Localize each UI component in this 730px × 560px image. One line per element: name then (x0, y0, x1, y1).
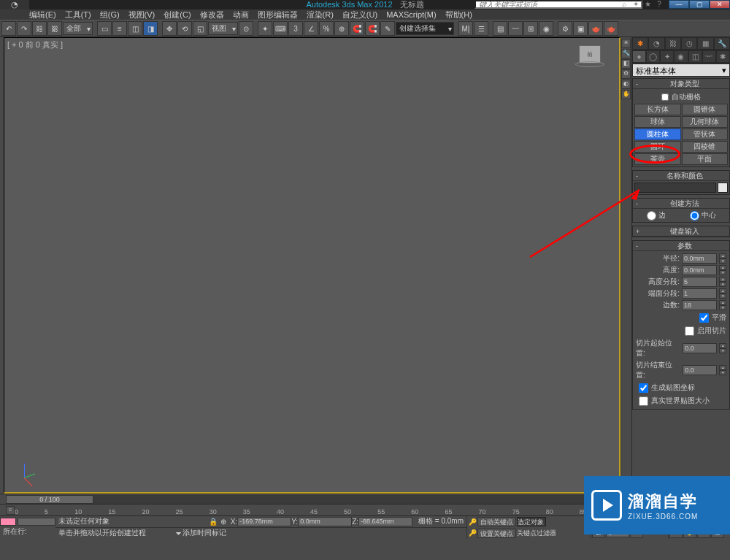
close-button[interactable]: ✕ (710, 0, 730, 9)
transform-mode-icon[interactable]: ⊕ (220, 518, 226, 526)
select-name-button[interactable]: ≡ (112, 21, 127, 36)
coord-x-input[interactable] (237, 517, 291, 526)
sliceto-spinner[interactable]: 0.0 (683, 365, 717, 375)
selection-filter-dropdown[interactable]: 全部 (63, 22, 93, 35)
setkey-icon[interactable]: 🔑 (469, 529, 477, 537)
height-spinner[interactable]: 0.0mm (682, 265, 717, 275)
geometry-category-dropdown[interactable]: 标准基本体 (632, 64, 730, 77)
menu-create[interactable]: 创建(C) (164, 9, 191, 20)
select-button[interactable]: ▭ (97, 21, 112, 36)
menu-views[interactable]: 视图(V) (128, 9, 155, 20)
light-icon[interactable]: ☀ (621, 39, 631, 48)
tab-hierarchy[interactable]: ⛓ (665, 37, 681, 50)
rollout-method-header[interactable]: -创建方法 (633, 199, 729, 209)
unlink-button[interactable]: ⛓̸ (47, 21, 62, 36)
keyfilter-link[interactable]: 关键点过滤器 (517, 529, 556, 538)
material-editor-button[interactable]: ◉ (539, 21, 553, 36)
radius-spinner[interactable]: 0.0mm (682, 253, 717, 264)
subtab-helpers[interactable]: ◫ (688, 50, 702, 63)
menu-graph[interactable]: 图形编辑器 (258, 9, 298, 20)
object-color-swatch[interactable] (718, 183, 728, 193)
realworld-checkbox[interactable] (639, 396, 648, 406)
viewport-label[interactable]: [ + 0 前 0 真实 ] (7, 39, 63, 50)
menu-modifiers[interactable]: 修改器 (200, 9, 224, 20)
magnet-icon[interactable]: 🧲 (350, 21, 364, 36)
lp-icon[interactable]: ◧ (621, 59, 631, 69)
star-icon[interactable]: ★ (642, 0, 653, 9)
window-crossing-button[interactable]: ◨ (143, 21, 158, 36)
cseg-spinner[interactable]: 1 (682, 288, 717, 299)
menu-group[interactable]: 组(G) (100, 9, 120, 20)
slice-checkbox[interactable] (685, 326, 694, 336)
obj-geosphere-button[interactable]: 几何球体 (682, 116, 729, 128)
obj-box-button[interactable]: 长方体 (634, 104, 681, 115)
rotate-button[interactable]: ⟲ (177, 21, 192, 36)
undo-button[interactable]: ↶ (1, 21, 16, 36)
link-button[interactable]: ⛓ (32, 21, 47, 36)
subtab-geometry[interactable]: ● (632, 50, 646, 63)
render-button[interactable]: 🫖 (588, 21, 603, 36)
sides-spinner[interactable]: 18 (682, 300, 717, 310)
obj-cylinder-button[interactable]: 圆柱体 (634, 129, 681, 140)
tab-display[interactable]: ▦ (697, 37, 713, 50)
key-icon-btn[interactable]: 🔑 (469, 518, 477, 526)
menu-maxscript[interactable]: MAXScript(M) (386, 10, 436, 19)
minimize-button[interactable]: — (669, 0, 689, 9)
menu-animation[interactable]: 动画 (233, 9, 249, 20)
menu-edit[interactable]: 编辑(E) (29, 9, 56, 20)
subtab-systems[interactable]: ✱ (716, 50, 730, 63)
tab-motion[interactable]: ◷ (681, 37, 697, 50)
mirror-button[interactable]: M| (458, 21, 473, 36)
add-time-tag[interactable]: 添加时间标记 (182, 528, 226, 538)
named-selection-dropdown[interactable]: 创建选择集 (396, 22, 454, 35)
pan-icon[interactable]: ✋ (621, 90, 631, 99)
subtab-cameras[interactable]: ◉ (674, 50, 688, 63)
quick-render-button[interactable]: 🫖 (604, 21, 618, 36)
autogrid-checkbox[interactable] (661, 93, 669, 101)
gear-icon[interactable]: ⚙ (621, 69, 631, 79)
time-slider-handle[interactable]: 0 / 100 (6, 495, 93, 504)
obj-pyramid-button[interactable]: 四棱锥 (682, 141, 729, 153)
sphere-icon[interactable]: ◐ (621, 80, 631, 89)
layers-button[interactable]: ▤ (493, 21, 507, 36)
schematic-button[interactable]: ⊞ (523, 21, 538, 36)
angle-snap-button[interactable]: ∠ (304, 21, 318, 36)
rollout-keyboard-header[interactable]: +键盘输入 (633, 226, 729, 237)
menu-help[interactable]: 帮助(H) (445, 9, 472, 20)
snap-button[interactable]: 3 (288, 21, 303, 36)
maxscript-mini-input[interactable] (18, 518, 55, 526)
rollout-params-header[interactable]: -参数 (633, 241, 729, 251)
subtab-spacewarps[interactable]: 〰 (702, 50, 716, 63)
percent-snap-button[interactable]: % (319, 21, 334, 36)
render-setup-button[interactable]: ⚙ (558, 21, 572, 36)
subtab-shapes[interactable]: ◯ (646, 50, 660, 63)
keyboard-button[interactable]: ⌨ (273, 21, 288, 36)
time-tag-icon[interactable]: ⏷ (175, 529, 182, 537)
edit-named-button[interactable]: ✎ (380, 21, 395, 36)
search-icon[interactable]: ⌕ (619, 0, 629, 9)
method-edge-radio[interactable]: 边 (647, 210, 666, 220)
obj-plane-button[interactable]: 平面 (682, 153, 729, 165)
menu-tools[interactable]: 工具(T) (65, 9, 91, 20)
rendered-frame-button[interactable]: ▣ (573, 21, 588, 36)
smooth-checkbox[interactable] (699, 313, 709, 323)
pivot-button[interactable]: ⊙ (239, 21, 253, 36)
obj-teapot-button[interactable]: 茶壶 (634, 153, 681, 165)
help-icon[interactable]: ? (654, 0, 664, 9)
slicefrom-spinner[interactable]: 0.0 (683, 343, 717, 353)
lock-icon[interactable]: 🔒 (209, 518, 218, 526)
keymode-dropdown[interactable]: 选定对象 (517, 517, 546, 526)
wrench-icon[interactable]: 🔧 (621, 49, 631, 58)
obj-sphere-button[interactable]: 球体 (634, 116, 681, 128)
coord-y-input[interactable] (298, 517, 352, 526)
subtab-lights[interactable]: ✦ (660, 50, 674, 63)
help-search-input[interactable] (474, 0, 642, 9)
maxscript-mini-button[interactable] (0, 518, 16, 526)
menu-rendering[interactable]: 渲染(R) (307, 9, 334, 20)
curve-editor-button[interactable]: 〰 (508, 21, 523, 36)
rollout-objtype-header[interactable]: -对象类型 (633, 79, 729, 89)
magnet2-icon[interactable]: 🧲 (365, 21, 380, 36)
move-button[interactable]: ✥ (162, 21, 177, 36)
tab-modify[interactable]: ◔ (648, 37, 664, 50)
rollout-name-header[interactable]: -名称和颜色 (633, 171, 729, 181)
